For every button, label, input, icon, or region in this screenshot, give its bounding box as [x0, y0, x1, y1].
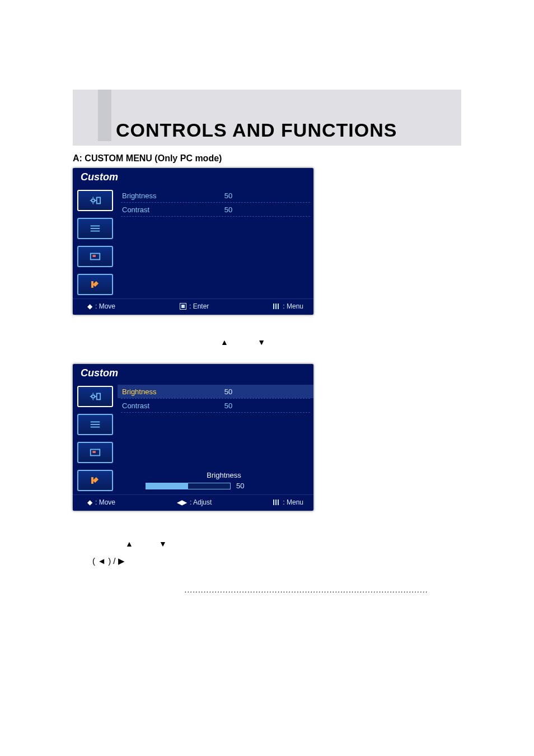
svg-rect-10 — [92, 255, 96, 257]
footer-enter-label: : Enter — [189, 302, 209, 310]
menu-icon — [273, 500, 280, 505]
dotted-divider: ........................................… — [185, 585, 461, 594]
row-label: Brightness — [122, 388, 206, 396]
menu-row-contrast[interactable]: Contrast 50 — [118, 203, 313, 216]
bars-tab-icon[interactable] — [77, 414, 113, 435]
row-label: Brightness — [122, 192, 206, 200]
custom-tab-icon[interactable] — [77, 190, 113, 211]
svg-point-12 — [92, 395, 95, 398]
footer-menu-label: : Menu — [283, 302, 303, 310]
footer-menu-label: : Menu — [283, 498, 303, 506]
brightness-slider-block: Brightness 50 — [146, 471, 302, 490]
custom-tab-icon[interactable] — [77, 386, 113, 407]
svg-rect-19 — [91, 424, 100, 425]
osd1-title: Custom — [73, 168, 313, 186]
setup-tab-icon[interactable] — [77, 274, 113, 295]
footer-menu: : Menu — [273, 498, 303, 506]
footer-move: ◆: Move — [87, 498, 115, 506]
row-label: Contrast — [122, 206, 206, 214]
screen-tab-icon[interactable] — [77, 442, 113, 463]
osd1-sidebar — [73, 186, 118, 298]
up-arrow-icon: ▲ — [218, 338, 231, 347]
svg-rect-17 — [97, 394, 100, 400]
osd2-content: Brightness 50 Contrast 50 Brightness 50 — [118, 382, 313, 494]
slider-value: 50 — [236, 482, 244, 490]
row-value: 50 — [206, 388, 251, 396]
footer-adjust: ◀▶: Adjust — [177, 498, 212, 506]
row-value: 50 — [206, 206, 251, 214]
row-label: Contrast — [122, 402, 206, 410]
symbol-row-2: ( ◄ ) / ▶ — [92, 556, 461, 566]
enter-icon — [180, 303, 186, 310]
footer-move-label: : Move — [95, 498, 115, 506]
header-accent — [98, 90, 111, 141]
footer-move: ◆: Move — [87, 302, 115, 310]
bars-tab-icon[interactable] — [77, 218, 113, 239]
mid-arrow-row: ▲ ▼ — [218, 337, 461, 347]
menu-icon — [273, 304, 280, 309]
brightness-slider[interactable] — [146, 483, 231, 489]
svg-rect-6 — [91, 226, 100, 227]
page-header: CONTROLS AND FUNCTIONS — [73, 90, 461, 146]
slider-label: Brightness — [146, 471, 302, 479]
osd2-title: Custom — [73, 364, 313, 382]
osd2-footer: ◆: Move ◀▶: Adjust : Menu — [73, 494, 313, 511]
up-arrow-icon: ▲ — [123, 539, 135, 548]
symbol-row-1: ▲ ▼ — [123, 539, 461, 548]
osd1-content: Brightness 50 Contrast 50 — [118, 186, 313, 298]
footer-enter: : Enter — [180, 302, 209, 310]
section-label: A: CUSTOM MENU (Only PC mode) — [73, 153, 461, 164]
down-arrow-icon: ▼ — [255, 338, 268, 347]
svg-rect-5 — [97, 198, 100, 204]
down-arrow-icon: ▼ — [157, 539, 169, 548]
row-value: 50 — [206, 402, 251, 410]
footer-menu: : Menu — [273, 302, 303, 310]
svg-rect-22 — [92, 451, 96, 453]
row-value: 50 — [206, 192, 251, 200]
menu-row-brightness[interactable]: Brightness 50 — [118, 385, 313, 398]
osd-window-1: Custom Brightness 50 — [73, 168, 313, 315]
page-title: CONTROLS AND FUNCTIONS — [116, 119, 397, 141]
svg-point-0 — [92, 199, 95, 202]
menu-row-contrast[interactable]: Contrast 50 — [118, 399, 313, 412]
osd-window-2: Custom Brightness 50 — [73, 364, 313, 511]
osd2-sidebar — [73, 382, 118, 494]
svg-rect-7 — [91, 228, 100, 229]
svg-rect-8 — [91, 231, 100, 232]
setup-tab-icon[interactable] — [77, 470, 113, 491]
menu-row-brightness[interactable]: Brightness 50 — [118, 189, 313, 202]
osd1-footer: ◆: Move : Enter : Menu — [73, 298, 313, 315]
screen-tab-icon[interactable] — [77, 246, 113, 267]
footer-adjust-label: : Adjust — [190, 498, 212, 506]
svg-rect-18 — [91, 422, 100, 423]
svg-rect-20 — [91, 427, 100, 428]
footer-move-label: : Move — [95, 302, 115, 310]
